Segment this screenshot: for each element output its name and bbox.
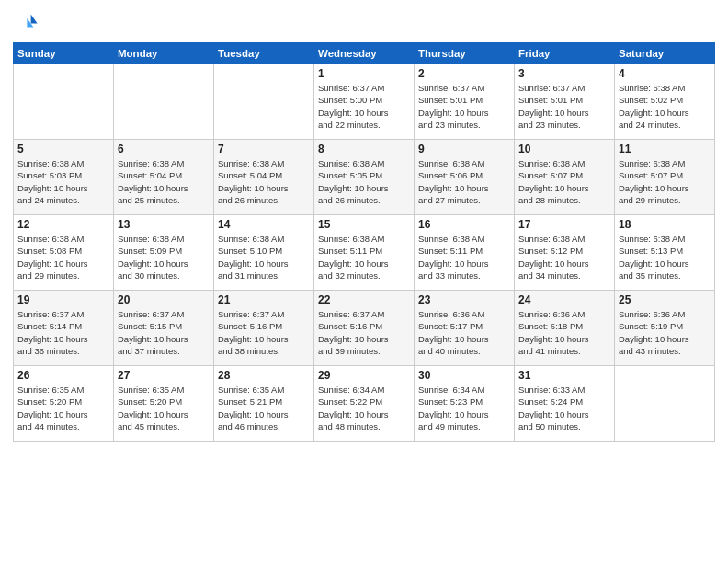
day-info: Sunrise: 6:35 AM Sunset: 5:20 PM Dayligh… [118,384,210,432]
day-number: 24 [518,293,610,306]
day-info: Sunrise: 6:38 AM Sunset: 5:04 PM Dayligh… [218,157,310,206]
day-info: Sunrise: 6:38 AM Sunset: 5:06 PM Dayligh… [418,157,510,206]
day-cell [214,64,314,140]
day-cell: 24Sunrise: 6:36 AM Sunset: 5:18 PM Dayli… [515,291,615,366]
day-number: 28 [218,369,310,382]
day-info: Sunrise: 6:38 AM Sunset: 5:05 PM Dayligh… [318,157,410,206]
day-number: 25 [619,293,711,306]
day-cell: 26Sunrise: 6:35 AM Sunset: 5:20 PM Dayli… [14,366,114,442]
day-info: Sunrise: 6:38 AM Sunset: 5:10 PM Dayligh… [218,233,310,282]
day-number: 30 [418,369,510,382]
week-row-5: 26Sunrise: 6:35 AM Sunset: 5:20 PM Dayli… [14,366,715,442]
day-cell: 1Sunrise: 6:37 AM Sunset: 5:00 PM Daylig… [314,64,415,140]
day-info: Sunrise: 6:38 AM Sunset: 5:12 PM Dayligh… [518,233,610,282]
day-cell: 20Sunrise: 6:37 AM Sunset: 5:15 PM Dayli… [114,291,214,366]
day-number: 1 [318,67,410,80]
day-cell: 6Sunrise: 6:38 AM Sunset: 5:04 PM Daylig… [114,140,214,215]
day-info: Sunrise: 6:35 AM Sunset: 5:20 PM Dayligh… [17,384,109,432]
day-info: Sunrise: 6:37 AM Sunset: 5:01 PM Dayligh… [418,82,510,131]
day-number: 2 [418,67,510,80]
header [13,9,715,35]
day-cell: 16Sunrise: 6:38 AM Sunset: 5:11 PM Dayli… [415,215,515,291]
day-cell: 25Sunrise: 6:36 AM Sunset: 5:19 PM Dayli… [615,291,715,366]
day-info: Sunrise: 6:34 AM Sunset: 5:23 PM Dayligh… [418,384,510,432]
day-cell: 31Sunrise: 6:33 AM Sunset: 5:24 PM Dayli… [515,366,615,442]
day-cell: 15Sunrise: 6:38 AM Sunset: 5:11 PM Dayli… [314,215,415,291]
logo [13,9,42,35]
header-row: SundayMondayTuesdayWednesdayThursdayFrid… [14,43,715,64]
day-number: 5 [17,143,109,155]
day-number: 22 [318,293,410,306]
day-cell [114,64,214,140]
day-cell [14,64,114,140]
day-info: Sunrise: 6:36 AM Sunset: 5:17 PM Dayligh… [418,308,510,357]
day-number: 21 [218,293,310,306]
day-info: Sunrise: 6:37 AM Sunset: 5:16 PM Dayligh… [318,308,410,357]
day-cell: 8Sunrise: 6:38 AM Sunset: 5:05 PM Daylig… [314,140,415,215]
day-number: 14 [218,218,310,231]
day-cell: 12Sunrise: 6:38 AM Sunset: 5:08 PM Dayli… [14,215,114,291]
day-info: Sunrise: 6:38 AM Sunset: 5:09 PM Dayligh… [118,233,210,282]
day-cell: 23Sunrise: 6:36 AM Sunset: 5:17 PM Dayli… [415,291,515,366]
day-info: Sunrise: 6:37 AM Sunset: 5:15 PM Dayligh… [118,308,210,357]
day-number: 23 [418,293,510,306]
calendar: SundayMondayTuesdayWednesdayThursdayFrid… [13,42,715,442]
day-number: 13 [118,218,210,231]
day-cell [615,366,715,442]
col-header-wednesday: Wednesday [314,43,415,64]
day-cell: 4Sunrise: 6:38 AM Sunset: 5:02 PM Daylig… [615,64,715,140]
day-info: Sunrise: 6:38 AM Sunset: 5:03 PM Dayligh… [17,157,109,206]
page: SundayMondayTuesdayWednesdayThursdayFrid… [0,0,728,563]
day-info: Sunrise: 6:38 AM Sunset: 5:11 PM Dayligh… [318,233,410,282]
day-info: Sunrise: 6:36 AM Sunset: 5:19 PM Dayligh… [619,308,711,357]
col-header-thursday: Thursday [415,43,515,64]
day-info: Sunrise: 6:37 AM Sunset: 5:00 PM Dayligh… [318,82,410,131]
col-header-monday: Monday [114,43,214,64]
day-cell: 18Sunrise: 6:38 AM Sunset: 5:13 PM Dayli… [615,215,715,291]
day-info: Sunrise: 6:37 AM Sunset: 5:16 PM Dayligh… [218,308,310,357]
col-header-tuesday: Tuesday [214,43,314,64]
col-header-saturday: Saturday [615,43,715,64]
day-cell: 29Sunrise: 6:34 AM Sunset: 5:22 PM Dayli… [314,366,415,442]
day-cell: 13Sunrise: 6:38 AM Sunset: 5:09 PM Dayli… [114,215,214,291]
day-info: Sunrise: 6:38 AM Sunset: 5:11 PM Dayligh… [418,233,510,282]
day-number: 31 [518,369,610,382]
day-number: 4 [619,67,711,80]
day-cell: 2Sunrise: 6:37 AM Sunset: 5:01 PM Daylig… [415,64,515,140]
week-row-3: 12Sunrise: 6:38 AM Sunset: 5:08 PM Dayli… [14,215,715,291]
day-number: 16 [418,218,510,231]
day-number: 11 [619,143,711,155]
col-header-friday: Friday [515,43,615,64]
day-number: 12 [17,218,109,231]
day-number: 17 [518,218,610,231]
day-cell: 9Sunrise: 6:38 AM Sunset: 5:06 PM Daylig… [415,140,515,215]
day-info: Sunrise: 6:38 AM Sunset: 5:07 PM Dayligh… [518,157,610,206]
day-info: Sunrise: 6:36 AM Sunset: 5:18 PM Dayligh… [518,308,610,357]
svg-marker-0 [31,15,38,24]
day-number: 6 [118,143,210,155]
day-cell: 19Sunrise: 6:37 AM Sunset: 5:14 PM Dayli… [14,291,114,366]
day-number: 9 [418,143,510,155]
day-cell: 14Sunrise: 6:38 AM Sunset: 5:10 PM Dayli… [214,215,314,291]
day-number: 3 [518,67,610,80]
day-cell: 22Sunrise: 6:37 AM Sunset: 5:16 PM Dayli… [314,291,415,366]
week-row-1: 1Sunrise: 6:37 AM Sunset: 5:00 PM Daylig… [14,64,715,140]
day-number: 19 [17,293,109,306]
day-cell: 17Sunrise: 6:38 AM Sunset: 5:12 PM Dayli… [515,215,615,291]
day-number: 20 [118,293,210,306]
col-header-sunday: Sunday [14,43,114,64]
day-number: 10 [518,143,610,155]
day-info: Sunrise: 6:38 AM Sunset: 5:02 PM Dayligh… [619,82,711,131]
day-cell: 3Sunrise: 6:37 AM Sunset: 5:01 PM Daylig… [515,64,615,140]
day-info: Sunrise: 6:38 AM Sunset: 5:13 PM Dayligh… [619,233,711,282]
week-row-2: 5Sunrise: 6:38 AM Sunset: 5:03 PM Daylig… [14,140,715,215]
day-info: Sunrise: 6:37 AM Sunset: 5:01 PM Dayligh… [518,82,610,131]
day-cell: 28Sunrise: 6:35 AM Sunset: 5:21 PM Dayli… [214,366,314,442]
day-info: Sunrise: 6:37 AM Sunset: 5:14 PM Dayligh… [17,308,109,357]
day-number: 29 [318,369,410,382]
day-info: Sunrise: 6:33 AM Sunset: 5:24 PM Dayligh… [518,384,610,432]
day-number: 27 [118,369,210,382]
day-cell: 21Sunrise: 6:37 AM Sunset: 5:16 PM Dayli… [214,291,314,366]
day-number: 7 [218,143,310,155]
day-info: Sunrise: 6:38 AM Sunset: 5:04 PM Dayligh… [118,157,210,206]
